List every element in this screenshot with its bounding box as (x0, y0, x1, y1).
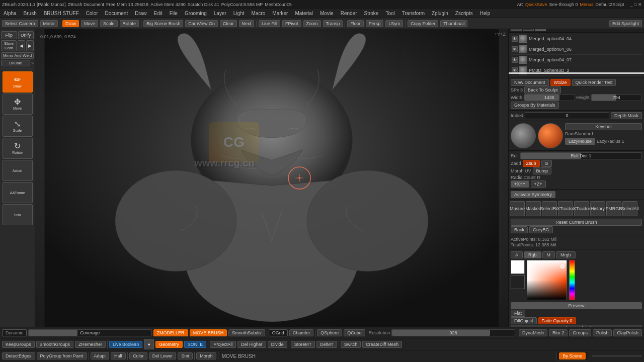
color-hue-slider[interactable] (569, 260, 575, 300)
select-camera-btn[interactable]: Select Camera (2, 20, 38, 27)
next-cam-btn[interactable]: ▶ (26, 40, 34, 51)
xtractor2-btn[interactable]: XTractor (574, 201, 589, 216)
menu-grooming[interactable]: Grooming (183, 11, 208, 16)
bump-btn[interactable]: Bump (533, 167, 552, 174)
menu-movie[interactable]: Movie (318, 11, 335, 16)
line-fill-btn[interactable]: Line Fill (259, 20, 280, 27)
del-mt-btn[interactable]: DelMT (316, 341, 337, 348)
preview-btn[interactable]: Preview (511, 302, 642, 309)
menu-document[interactable]: Document (104, 11, 130, 16)
main-viewport[interactable]: www.rrcg.cn CG 0.01,0.639,-0.574 +Y+Z (35, 29, 508, 327)
m-tab[interactable]: M (542, 251, 555, 258)
aaframe-btn[interactable]: AAFrame (3, 182, 33, 203)
cam-view-btn[interactable]: CamView On (185, 20, 218, 27)
groups-by-mat-btn[interactable]: Groups By Materials (511, 102, 559, 109)
prev-cam-btn[interactable]: ◀ (18, 40, 25, 51)
fmrgb-btn[interactable]: FMRGB (606, 201, 621, 216)
menu-draw[interactable]: Draw (133, 11, 148, 16)
g-btn[interactable]: G (541, 160, 552, 167)
double-btn[interactable]: Double (1, 60, 30, 66)
polish-btn[interactable]: Polish (593, 329, 612, 336)
a-tab[interactable]: A (511, 251, 523, 258)
masure-btn[interactable]: Masure (510, 201, 525, 216)
menu-color[interactable]: Color (85, 11, 100, 16)
flat-btn[interactable]: Flat (511, 310, 525, 317)
activate-symmetry-btn[interactable]: Activate Symmetry (511, 191, 555, 198)
unify-btn[interactable]: Unify (18, 31, 34, 39)
live-bool-circle[interactable]: ● (144, 339, 154, 349)
roll-slider[interactable]: Roll Dist 1 (520, 152, 642, 159)
menu-layer[interactable]: Layer (212, 11, 228, 16)
persp-btn[interactable]: Persp (366, 20, 384, 27)
xtractor-btn[interactable]: XTractor (558, 201, 573, 216)
smt-btn[interactable]: Smt (178, 352, 193, 359)
grey-bg-btn[interactable]: GreyBG (529, 226, 553, 233)
mirror-weld-btn[interactable]: Mirror And Weld (1, 52, 34, 59)
history-btn[interactable]: History (590, 201, 605, 216)
menu-stroke[interactable]: Stroke (363, 11, 380, 16)
move-brush-btn[interactable]: MOVE BRUSH (190, 329, 227, 336)
big-scene-brush-btn[interactable]: Big Scene Brush (143, 20, 183, 27)
menu-alpha[interactable]: Alpha (2, 11, 18, 16)
smooth-groups-btn[interactable]: SmoothGroups (36, 341, 74, 348)
by-scene-btn[interactable]: By Scene (559, 352, 586, 359)
groups-btn[interactable]: Groups (569, 329, 591, 336)
keep-groups-btn[interactable]: KeepGroups (2, 341, 35, 348)
edit-spotlight-btn[interactable]: Edit Spotlight (609, 20, 642, 27)
solo-btn[interactable]: Solo (3, 204, 33, 225)
lsym-btn[interactable]: LSym (385, 20, 403, 27)
half-btn[interactable]: Half (111, 352, 126, 359)
masked-btn[interactable]: Masked (526, 201, 541, 216)
keyshot-btn[interactable]: Keyshot (565, 123, 642, 130)
quick-render-btn[interactable]: Quick Render Test (572, 79, 616, 86)
scale-tool-btn[interactable]: ⤡ Scale (3, 116, 33, 137)
menu-edit[interactable]: Edit (152, 11, 164, 16)
next-btn[interactable]: Next (239, 20, 255, 27)
store-cam-btn[interactable]: Store Cam (1, 40, 17, 51)
width-slider[interactable]: 1436 (524, 94, 575, 101)
geometry-bottom-btn[interactable]: Geometry (155, 341, 183, 348)
del-lower-btn[interactable]: Del Lower (149, 352, 177, 359)
layer-eye-2[interactable]: 👁 (512, 46, 518, 52)
draw-tool-btn[interactable]: ✏ Draw (3, 71, 33, 93)
menu-brush-stuff[interactable]: BRUSH STUFF (42, 11, 80, 16)
draw-btn[interactable]: Draw (62, 20, 79, 27)
switch-btn[interactable]: Switch (341, 341, 361, 348)
select-re-btn[interactable]: SelectRe (542, 201, 557, 216)
divide-btn[interactable]: Divide (268, 341, 287, 348)
polygroup-from-paint-btn[interactable]: PolyGroup from Paint (37, 352, 87, 359)
wsize-btn[interactable]: WSize (550, 79, 571, 86)
xyz-btn[interactable]: +X+Y (511, 180, 529, 188)
brush-sphere-preview[interactable] (511, 123, 536, 148)
transp-btn[interactable]: Transp (323, 20, 343, 27)
qcube-btn[interactable]: QCube (344, 329, 365, 336)
dyna-mesh-btn[interactable]: DynaMesh (519, 329, 547, 336)
coverage-slider[interactable]: Coverage (28, 329, 152, 336)
zremesher-btn[interactable]: ZRemesher (75, 341, 106, 348)
layer-item-4[interactable]: 👁 PM3D_Sphere3D_2 (511, 65, 642, 76)
floor-btn[interactable]: Floor (347, 20, 364, 27)
black-swatch[interactable] (511, 275, 525, 289)
flip-btn[interactable]: Flip (1, 31, 17, 39)
selectall-btn[interactable]: SelectAll (622, 201, 637, 216)
menu-tool[interactable]: Tool (384, 11, 396, 16)
xyz-btn2[interactable]: +Z+ (531, 180, 546, 188)
zoom-btn[interactable]: Zoom (303, 20, 321, 27)
rgb-tab[interactable]: Rgb (524, 251, 541, 258)
reset-brush-btn[interactable]: Reset Current Brush (511, 219, 642, 226)
smooth-subdiv-btn[interactable]: SmoothSubdiv (228, 329, 265, 336)
fade-opacity-btn[interactable]: Fade Opacity 0 (538, 317, 576, 324)
actual-btn[interactable]: Actual (3, 160, 33, 181)
menu-zscripts[interactable]: Zscripts (454, 11, 474, 16)
mirror-btn[interactable]: Mirror (40, 20, 58, 27)
menu-help[interactable]: Help (478, 11, 492, 16)
project-all-btn[interactable]: ProjectAll (210, 341, 236, 348)
thumbnail-btn[interactable]: Thumbnail (440, 20, 467, 27)
menu-file[interactable]: File (168, 11, 179, 16)
clear-btn[interactable]: Clear (220, 20, 237, 27)
white-swatch[interactable] (511, 260, 525, 274)
chamfer-btn[interactable]: Chamfer (289, 329, 314, 336)
menu-material[interactable]: Material (293, 11, 314, 16)
move-btn[interactable]: Move (81, 20, 98, 27)
menu-light[interactable]: Light (232, 11, 246, 16)
